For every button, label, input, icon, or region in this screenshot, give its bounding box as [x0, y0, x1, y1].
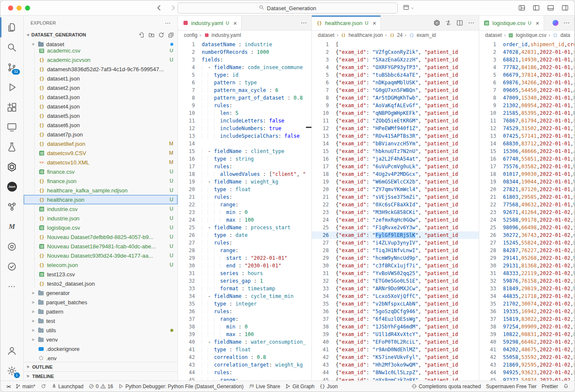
more-actions-icon[interactable]: [468, 19, 475, 26]
file-finance.json[interactable]: {}finance.jsonU: [24, 176, 178, 186]
workspace-section-header[interactable]: > DATASET_GENERATION: [24, 30, 178, 39]
testing-icon[interactable]: [0, 137, 24, 157]
toggle-primary-sidebar-icon[interactable]: [533, 4, 540, 11]
status-sync-changes[interactable]: [38, 381, 49, 392]
file-healthcare.json[interactable]: {}healthcare.jsonU: [24, 195, 178, 204]
compare-changes-icon[interactable]: [445, 19, 452, 26]
close-tab-icon[interactable]: ×: [233, 20, 237, 26]
split-editor-icon[interactable]: [456, 19, 463, 26]
breadcrumb[interactable]: dataset›{}healthcare.json›{}24›exam_id: [312, 31, 479, 40]
zoom-window-button[interactable]: [25, 6, 30, 11]
file-.dockerignore[interactable]: .dockerignore: [24, 344, 178, 353]
status-git-graph[interactable]: Git Graph: [283, 381, 317, 392]
forward-icon[interactable]: [169, 4, 177, 13]
file-academic.jscvson[interactable]: {}academic.jscvsonU: [24, 55, 178, 64]
more-actions-icon[interactable]: [563, 19, 570, 26]
file-industrie.json[interactable]: {}industrie.jsonU: [24, 214, 178, 223]
close-tab-icon[interactable]: ×: [536, 20, 539, 26]
refresh-icon[interactable]: [158, 32, 164, 38]
code-editor[interactable]: 1order_id,shipment_id,crea247028,42831,2…: [479, 40, 574, 381]
target-extension-icon[interactable]: [0, 256, 24, 276]
code-editor[interactable]: 1datasetName : industrie2numberOfRecords…: [178, 40, 311, 381]
breadcrumb-item[interactable]: config: [184, 32, 197, 38]
status-live-share[interactable]: Live Share: [246, 381, 283, 392]
breadcrumb-item[interactable]: {}24: [389, 32, 403, 38]
minimize-window-button[interactable]: [17, 6, 22, 11]
file-Nouveau Datasetc93f0d24-39de-4177-aa...[interactable]: {}Nouveau Datasetc93f0d24-39de-4177-aa..…: [24, 251, 178, 260]
close-window-button[interactable]: [8, 6, 13, 11]
file-dataset4.json[interactable]: {}dataset4.json: [24, 102, 178, 111]
breadcrumb-item[interactable]: exam_id: [408, 32, 436, 38]
status-problems[interactable]: 016: [86, 381, 116, 392]
search-icon[interactable]: [0, 37, 24, 57]
file-dataset2.json[interactable]: {}dataset2.json: [24, 83, 178, 92]
explorer-icon[interactable]: [0, 17, 24, 37]
file-dataset3.json[interactable]: {}dataset3.json: [24, 92, 178, 102]
folder-pattern[interactable]: >pattern: [24, 307, 178, 316]
status-json-status[interactable]: {}Json: [317, 381, 340, 392]
extensions-icon[interactable]: [0, 97, 24, 117]
source-control-icon[interactable]: 32: [0, 57, 24, 77]
collapse-all-icon[interactable]: [168, 32, 174, 38]
status-notifications[interactable]: [561, 381, 571, 392]
layout-grid-icon[interactable]: [518, 4, 525, 11]
status-prettier[interactable]: Prettier: [539, 381, 561, 392]
new-window-icon[interactable]: [403, 4, 409, 12]
ring-extension-icon[interactable]: [0, 236, 24, 256]
file-test123.csv[interactable]: test123.csv: [24, 270, 178, 279]
file-Nouveau Dataset7defbb9d-8825-4057-b9...[interactable]: {}Nouveau Dataset7defbb9d-8825-4057-b9..…: [24, 232, 178, 242]
breadcrumb-item[interactable]: logistique.csv: [508, 32, 546, 38]
breadcrumb-item[interactable]: industry.yaml: [203, 32, 241, 38]
folder-parquet_batches[interactable]: >parquet_batches: [24, 297, 178, 307]
file-datsetcsv10.XML[interactable]: <>datsetcsv10.XMLM: [24, 158, 178, 167]
file-dataset1.json[interactable]: {}dataset1.json: [24, 74, 178, 83]
back-icon[interactable]: [156, 4, 163, 13]
status-git-branch[interactable]: main*: [13, 381, 38, 392]
file-datsetcsv9.CSV[interactable]: datsetcsv9.CSVM: [24, 148, 178, 158]
toggle-panel-icon[interactable]: [547, 4, 554, 11]
file-finance.csv[interactable]: finance.csvU: [24, 167, 178, 176]
tab-healthcare.json[interactable]: {}healthcare.jsonU×: [312, 16, 381, 30]
folder-test[interactable]: >test: [24, 316, 178, 325]
status-supermaven[interactable]: Supermaven Free Tier: [483, 381, 539, 392]
breadcrumb[interactable]: dataset›logistique.csv›data: [479, 31, 574, 40]
outline-section[interactable]: > OUTLINE: [24, 362, 178, 371]
extension-action-icon[interactable]: [553, 20, 558, 26]
file-dataset6.json[interactable]: {}dataset6.json: [24, 120, 178, 130]
file-logistique.csv[interactable]: logistique.csvU: [24, 223, 178, 232]
code-editor[interactable]: 1[2{"exam_id": "VZfgCxonRyZik", "patient…: [312, 40, 479, 381]
tab-industry.yaml[interactable]: industry.yamlU×: [178, 16, 242, 30]
openai-icon[interactable]: [0, 157, 24, 177]
more-extensions-icon[interactable]: ⋯: [0, 276, 24, 296]
file-dataset7p.json[interactable]: {}dataset7p.json: [24, 130, 178, 139]
status-launchpad[interactable]: Launchpad: [49, 381, 86, 392]
folder-generator[interactable]: >generator: [24, 288, 178, 297]
molecule-extension-icon[interactable]: [0, 197, 24, 217]
status-remote-indicator[interactable]: ><: [4, 381, 13, 392]
close-tab-icon[interactable]: ×: [372, 20, 376, 26]
account-icon[interactable]: [0, 341, 24, 361]
breadcrumb[interactable]: config›industry.yaml: [178, 31, 311, 40]
new-file-icon[interactable]: [139, 32, 145, 38]
file-dataset5.json[interactable]: {}dataset5.json: [24, 111, 178, 120]
file-testo2_dataset.json[interactable]: {}testo2_dataset.json: [24, 279, 178, 288]
file-.env[interactable]: .env: [24, 353, 178, 362]
folder-venv[interactable]: >venv: [24, 335, 178, 344]
run-and-debug-icon[interactable]: [0, 77, 24, 97]
folder-dataset[interactable]: >dataset: [24, 39, 178, 49]
file-dataset8wf.json[interactable]: {}dataset8wf.jsonM: [24, 139, 178, 148]
tab-logistique.csv[interactable]: logistique.csvU×: [479, 16, 544, 30]
file-industrie.csv[interactable]: industrie.csvU: [24, 204, 178, 214]
command-center[interactable]: Dataset_Generation: [178, 3, 398, 14]
timeline-section[interactable]: > TIMELINE: [24, 371, 178, 381]
breadcrumb-item[interactable]: data: [552, 32, 570, 38]
toggle-secondary-sidebar-icon[interactable]: [561, 4, 569, 11]
m-logo-extension-icon[interactable]: M: [0, 217, 24, 236]
breadcrumb-item[interactable]: {}healthcare.json: [340, 32, 383, 38]
status-python-debugger[interactable]: Python Debugger: Python File (Dataset_Ge…: [116, 381, 246, 392]
file-healthcare_kafka_sample.ndjson[interactable]: {}healthcare_kafka_sample.ndjsonU: [24, 186, 178, 195]
file-Nouveau Dataset18e79481-fcab-40dc-abe...[interactable]: Nouveau Dataset18e79481-fcab-40dc-abe...…: [24, 242, 178, 251]
json-extension-icon[interactable]: Json: [0, 177, 24, 197]
file-datamesh3836d52d2-7af3-4c1d-9c76-599547...[interactable]: {}datamesh3836d52d2-7af3-4c1d-9c76-59954…: [24, 64, 178, 74]
openai-icon[interactable]: [433, 19, 440, 26]
